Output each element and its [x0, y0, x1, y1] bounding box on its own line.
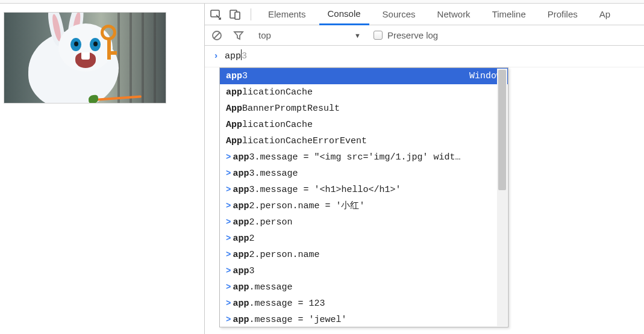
- autocomplete-match: app: [233, 298, 249, 309]
- autocomplete-rest: 3.message = "<img src='img/1.jpg' widt…: [249, 152, 460, 162]
- history-chevron-icon: >: [226, 295, 231, 312]
- autocomplete-history-item[interactable]: >app3.message: [220, 165, 508, 182]
- autocomplete-rest: licationCache: [242, 87, 313, 97]
- history-chevron-icon: >: [226, 182, 231, 198]
- autocomplete-rest: 2.person.name = '小红': [249, 201, 364, 211]
- autocomplete-match: App: [226, 120, 242, 130]
- svg-rect-0: [211, 10, 219, 17]
- console-input[interactable]: app3: [225, 48, 247, 64]
- autocomplete-history-item[interactable]: >app2.person.name = '小红': [220, 198, 508, 214]
- autocomplete-match: App: [226, 136, 242, 146]
- tab-timeline[interactable]: Timeline: [484, 4, 534, 25]
- autocomplete-rest: 3: [242, 71, 248, 81]
- prompt-chevron-icon: ›: [213, 48, 219, 64]
- autocomplete-history-item[interactable]: >app.message: [220, 279, 508, 295]
- autocomplete-history-item[interactable]: >app.message = 'jewel': [220, 312, 508, 327]
- typed-text: app: [225, 51, 241, 61]
- chevron-down-icon: ▼: [354, 32, 361, 39]
- autocomplete-rest: licationCache: [242, 120, 313, 130]
- page-image: [4, 12, 166, 104]
- autocomplete-match: app: [233, 169, 249, 179]
- autocomplete-rest: BannerPromptResult: [242, 104, 340, 114]
- autocomplete-history-item[interactable]: >app2.person: [220, 214, 508, 230]
- autocomplete-item[interactable]: ApplicationCacheErrorEvent: [220, 133, 508, 149]
- autocomplete-item[interactable]: app3Window: [220, 68, 508, 84]
- history-chevron-icon: >: [226, 312, 231, 327]
- autocomplete-popup: app3WindowapplicationCacheAppBannerPromp…: [219, 67, 508, 327]
- autocomplete-history-item[interactable]: >app3: [220, 263, 508, 279]
- ghost-completion: 3: [242, 51, 247, 61]
- preserve-log-checkbox[interactable]: [374, 31, 383, 40]
- autocomplete-rest: 3.message = '<h1>hello</h1>': [249, 185, 401, 195]
- autocomplete-match: app: [233, 201, 249, 211]
- tab-console[interactable]: Console: [319, 4, 369, 25]
- svg-rect-2: [235, 12, 240, 19]
- autocomplete-history-item[interactable]: >app2.person.name: [220, 247, 508, 263]
- filter-icon[interactable]: [231, 28, 246, 43]
- devtools-panel: Elements Console Sources Network Timelin…: [205, 4, 644, 334]
- history-chevron-icon: >: [226, 279, 231, 295]
- autocomplete-rest: .message = 123: [249, 298, 325, 309]
- history-chevron-icon: >: [226, 198, 231, 214]
- console-toolbar: top ▼ Preserve log: [205, 25, 644, 46]
- inspect-icon[interactable]: [208, 7, 223, 22]
- autocomplete-match: app: [226, 87, 242, 97]
- tab-profiles[interactable]: Profiles: [539, 4, 586, 25]
- history-chevron-icon: >: [226, 149, 231, 165]
- console-body: › app3 app3WindowapplicationCacheAppBann…: [205, 46, 644, 334]
- autocomplete-history-item[interactable]: >app.message = 123: [220, 295, 508, 312]
- autocomplete-history-item[interactable]: >app3.message = '<h1>hello</h1>': [220, 182, 508, 198]
- autocomplete-match: app: [226, 71, 242, 81]
- autocomplete-match: app: [233, 266, 249, 276]
- preserve-log-toggle[interactable]: Preserve log: [374, 30, 438, 40]
- scrollbar-thumb[interactable]: [498, 70, 506, 190]
- tab-sources[interactable]: Sources: [374, 4, 424, 25]
- tab-elements[interactable]: Elements: [260, 4, 314, 25]
- autocomplete-match: app: [233, 152, 249, 162]
- svg-line-4: [214, 32, 220, 39]
- autocomplete-item[interactable]: applicationCache: [220, 84, 508, 101]
- history-chevron-icon: >: [226, 214, 231, 230]
- autocomplete-history-item[interactable]: >app2: [220, 230, 508, 247]
- history-chevron-icon: >: [226, 165, 231, 182]
- autocomplete-match: app: [233, 233, 249, 244]
- autocomplete-match: app: [233, 250, 249, 260]
- autocomplete-item[interactable]: ApplicationCache: [220, 117, 508, 133]
- autocomplete-rest: 2: [249, 233, 254, 244]
- execution-context-select[interactable]: top ▼: [253, 28, 366, 42]
- autocomplete-rest: licationCacheErrorEvent: [242, 136, 367, 146]
- autocomplete-match: app: [233, 315, 249, 325]
- tab-network[interactable]: Network: [429, 4, 479, 25]
- page-content-pane: [0, 4, 205, 334]
- autocomplete-rest: 2.person: [249, 217, 292, 227]
- tab-application-truncated[interactable]: Ap: [591, 4, 619, 25]
- autocomplete-match: app: [233, 185, 249, 195]
- console-prompt[interactable]: › app3: [205, 46, 644, 67]
- autocomplete-match: app: [233, 217, 249, 227]
- devtools-tabstrip: Elements Console Sources Network Timelin…: [205, 4, 644, 25]
- autocomplete-scrollbar[interactable]: [497, 69, 507, 326]
- history-chevron-icon: >: [226, 263, 231, 279]
- preserve-log-label: Preserve log: [387, 30, 438, 40]
- history-chevron-icon: >: [226, 247, 231, 263]
- history-chevron-icon: >: [226, 230, 231, 247]
- autocomplete-rest: .message = 'jewel': [249, 315, 346, 325]
- autocomplete-rest: 2.person.name: [249, 250, 319, 260]
- autocomplete-history-item[interactable]: >app3.message = "<img src='img/1.jpg' wi…: [220, 149, 508, 165]
- autocomplete-match: app: [233, 282, 249, 292]
- autocomplete-rest: 3.message: [249, 169, 298, 179]
- device-toggle-icon[interactable]: [228, 7, 242, 22]
- clear-console-icon[interactable]: [210, 28, 224, 43]
- separator: [251, 8, 251, 20]
- execution-context-value: top: [258, 30, 271, 40]
- autocomplete-rest: 3: [249, 266, 254, 276]
- autocomplete-item[interactable]: AppBannerPromptResult: [220, 101, 508, 117]
- autocomplete-match: App: [226, 104, 242, 114]
- autocomplete-rest: .message: [249, 282, 292, 292]
